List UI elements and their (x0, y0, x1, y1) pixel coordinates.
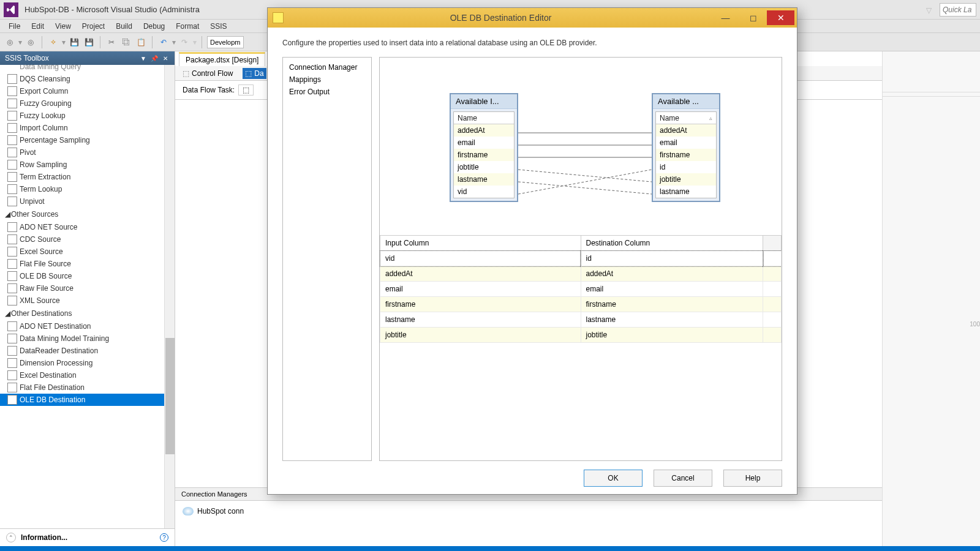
dft-selector-icon[interactable]: ⬚ (238, 84, 254, 96)
toolbox-item-ole-db-destination[interactable]: OLE DB Destination (0, 394, 175, 406)
toolbox-item-excel-source[interactable]: Excel Source (0, 246, 175, 258)
connection-name[interactable]: HubSpot conn (197, 507, 244, 515)
grid-cell-input[interactable]: jobtitle (380, 328, 581, 343)
dialog-titlebar[interactable]: OLE DB Destination Editor — ◻ ✕ (268, 8, 797, 28)
toolbox-item-excel-destination[interactable]: Excel Destination (0, 369, 175, 381)
output-col-lastname[interactable]: lastname (656, 186, 716, 198)
grid-cell-destination[interactable]: lastname (581, 312, 763, 328)
cancel-button[interactable]: Cancel (654, 470, 712, 487)
toolbox-item-percentage-sampling[interactable]: Percentage Sampling (0, 134, 175, 146)
toolbox-item-flat-file-destination[interactable]: Flat File Destination (0, 381, 175, 394)
grid-row[interactable]: addedAtaddedAt (380, 266, 782, 282)
grid-cell-destination[interactable]: id (581, 251, 763, 266)
subtab-control-flow[interactable]: ⬚Control Flow (180, 68, 235, 79)
toolbox-scroll-thumb[interactable] (165, 338, 175, 454)
grid-row[interactable]: firstnamefirstname (380, 297, 782, 312)
grid-cell-input[interactable]: firstname (380, 297, 581, 312)
help-button[interactable]: Help (723, 470, 782, 487)
input-col-email[interactable]: email (454, 137, 514, 149)
cut-icon[interactable]: ✂ (105, 36, 118, 48)
toolbox-pin-icon[interactable]: 📌 (150, 54, 159, 62)
grid-row[interactable]: emailemail (380, 282, 782, 297)
toolbox-item-term-extraction[interactable]: Term Extraction (0, 171, 175, 183)
menu-file[interactable]: File (4, 21, 25, 32)
grid-row[interactable]: vidid (380, 251, 782, 266)
toolbox-item-term-lookup[interactable]: Term Lookup (0, 183, 175, 195)
toolbox-item-xml-source[interactable]: XML Source (0, 294, 175, 307)
toolbox-item-flat-file-source[interactable]: Flat File Source (0, 258, 175, 270)
grid-cell-input[interactable]: addedAt (380, 266, 581, 282)
output-col-id[interactable]: id (656, 161, 716, 173)
grid-cell-input[interactable]: lastname (380, 312, 581, 328)
grid-header-input[interactable]: Input Column (380, 236, 581, 251)
nav-connection-manager[interactable]: Connection Manager (285, 61, 369, 73)
output-header-name[interactable]: Name▵ (656, 112, 716, 124)
toolbox-item-row-sampling[interactable]: Row Sampling (0, 159, 175, 171)
info-expand-icon[interactable]: ⌃ (6, 533, 16, 542)
tab-package[interactable]: Package.dtsx [Design] (179, 52, 265, 66)
toolbox-close-icon[interactable]: ✕ (161, 54, 170, 62)
output-col-email[interactable]: email (656, 137, 716, 149)
nav-error-output[interactable]: Error Output (285, 86, 369, 98)
toolbox-group-sources[interactable]: ◢Other Sources (0, 208, 175, 221)
filter-icon[interactable]: ▽ (926, 6, 936, 13)
menu-ssis[interactable]: SSIS (205, 21, 232, 32)
grid-row[interactable]: lastnamelastname (380, 312, 782, 328)
toolbox-item-pivot[interactable]: Pivot (0, 146, 175, 159)
save-all-icon[interactable]: 💾 (83, 36, 95, 48)
toolbox-item-fuzzy-grouping[interactable]: Fuzzy Grouping (0, 97, 175, 110)
redo-icon[interactable]: ↷ (178, 36, 190, 48)
grid-cell-destination[interactable]: email (581, 282, 763, 297)
grid-cell-input[interactable]: email (380, 282, 581, 297)
input-col-jobtitle[interactable]: jobtitle (454, 161, 514, 173)
quick-launch-input[interactable] (940, 3, 976, 17)
toolbox-item-raw-file-source[interactable]: Raw File Source (0, 282, 175, 294)
toolbox-item-data-mining-model-training[interactable]: Data Mining Model Training (0, 332, 175, 345)
mapping-canvas[interactable]: Available I... Name addedAtemailfirstnam… (380, 58, 782, 235)
nav-back-icon[interactable]: ◎ (4, 36, 16, 48)
input-header-name[interactable]: Name (454, 112, 514, 124)
toolbox-item-export-column[interactable]: Export Column (0, 85, 175, 97)
dialog-close-icon[interactable]: ✕ (767, 10, 794, 25)
info-help-icon[interactable]: ? (160, 533, 168, 542)
toolbox-item-cdc-source[interactable]: CDC Source (0, 233, 175, 246)
menu-format[interactable]: Format (171, 21, 204, 32)
paste-icon[interactable]: 📋 (135, 36, 147, 48)
toolbox-group-destinations[interactable]: ◢Other Destinations (0, 307, 175, 320)
menu-view[interactable]: View (50, 21, 76, 32)
toolbox-item-import-column[interactable]: Import Column (0, 122, 175, 134)
toolbox-item-datareader-destination[interactable]: DataReader Destination (0, 345, 175, 357)
nav-mappings[interactable]: Mappings (285, 73, 369, 86)
grid-cell-destination[interactable]: jobtitle (581, 328, 763, 343)
undo-icon[interactable]: ↶ (157, 36, 170, 48)
save-icon[interactable]: 💾 (68, 36, 80, 48)
grid-row[interactable]: jobtitlejobtitle (380, 328, 782, 343)
input-col-lastname[interactable]: lastname (454, 173, 514, 186)
grid-cell-input[interactable]: vid (380, 251, 581, 266)
grid-header-destination[interactable]: Destination Column (581, 236, 763, 251)
nav-fwd-icon[interactable]: ◎ (24, 36, 37, 48)
config-combo[interactable]: Developm (207, 36, 244, 48)
menu-build[interactable]: Build (111, 21, 137, 32)
output-col-addedat[interactable]: addedAt (656, 124, 716, 137)
toolbox-item-dqs-cleansing[interactable]: DQS Cleansing (0, 73, 175, 85)
grid-cell-destination[interactable]: addedAt (581, 266, 763, 282)
toolbox-item-ole-db-source[interactable]: OLE DB Source (0, 270, 175, 282)
toolbox-item-unpivot[interactable]: Unpivot (0, 195, 175, 208)
copy-icon[interactable]: ⿻ (120, 36, 132, 48)
new-project-icon[interactable]: ✧ (47, 36, 59, 48)
dialog-minimize-icon[interactable]: — (712, 10, 739, 25)
toolbox-item-cut[interactable]: Data Mining Query (0, 65, 175, 73)
menu-edit[interactable]: Edit (26, 21, 49, 32)
toolbox-item-ado-net-destination[interactable]: ADO NET Destination (0, 320, 175, 332)
available-destination-box[interactable]: Available ... Name▵ addedAtemailfirstnam… (652, 93, 720, 202)
menu-project[interactable]: Project (77, 21, 110, 32)
mapping-grid[interactable]: Input Column Destination Column vididadd… (380, 235, 782, 343)
grid-cell-destination[interactable]: firstname (581, 297, 763, 312)
input-col-firstname[interactable]: firstname (454, 149, 514, 161)
toolbox-scrollbar[interactable] (164, 65, 175, 528)
menu-debug[interactable]: Debug (138, 21, 170, 32)
output-col-firstname[interactable]: firstname (656, 149, 716, 161)
dialog-maximize-icon[interactable]: ◻ (739, 10, 767, 25)
subtab-data-flow[interactable]: ⬚Da (243, 68, 266, 79)
